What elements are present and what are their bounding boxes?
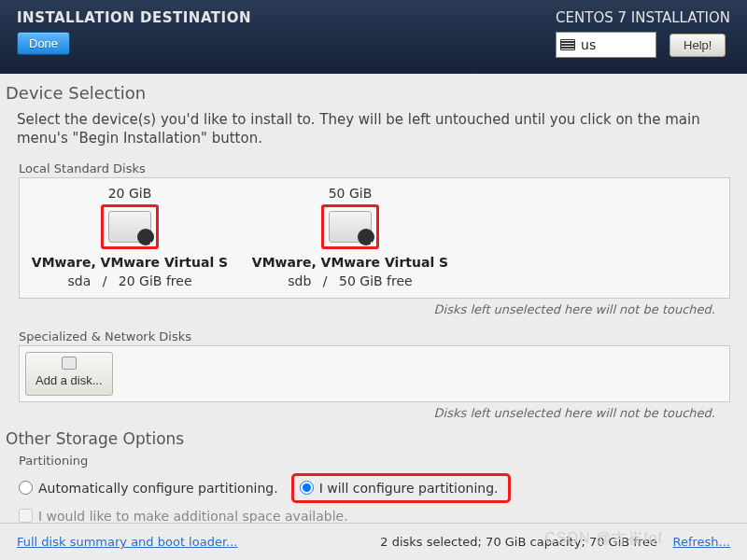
disk-icon-selected: ✓	[321, 204, 379, 249]
disk-capacity: 20 GiB	[20, 186, 240, 201]
footer-status: 2 disks selected; 70 GiB capacity; 70 Gi…	[380, 535, 657, 549]
radio-auto-input[interactable]	[19, 481, 33, 495]
disk-add-icon	[62, 357, 77, 370]
done-button[interactable]: Done	[17, 32, 70, 55]
checkmark-icon: ✓	[148, 235, 158, 248]
keyboard-icon	[560, 39, 575, 50]
hard-disk-icon	[108, 211, 151, 243]
checkmark-icon: ✓	[369, 235, 378, 248]
untouched-note: Disks left unselected here will not be t…	[6, 302, 715, 316]
refresh-link[interactable]: Refresh...	[673, 535, 731, 549]
local-disks-heading: Local Standard Disks	[19, 161, 730, 175]
device-selection-intro: Select the device(s) you'd like to insta…	[17, 110, 730, 148]
local-disks-panel: 20 GiB ✓ VMware, VMware Virtual S sda / …	[19, 177, 730, 299]
network-disks-heading: Specialized & Network Disks	[19, 329, 730, 343]
footer-bar: Full disk summary and boot loader... 2 d…	[0, 523, 747, 560]
disk-free: 50 GiB free	[339, 273, 413, 288]
disk-free: 20 GiB free	[119, 273, 192, 288]
installer-header: INSTALLATION DESTINATION Done CENTOS 7 I…	[0, 0, 747, 74]
disk-model: VMware, VMware Virtual S	[240, 255, 460, 270]
add-disk-button[interactable]: Add a disk...	[25, 352, 113, 396]
keyboard-layout-field[interactable]: us	[556, 32, 656, 58]
disk-item-sdb[interactable]: 50 GiB ✓ VMware, VMware Virtual S sdb / …	[240, 178, 460, 298]
radio-manual-label: I will configure partitioning.	[319, 481, 499, 496]
distro-label: CENTOS 7 INSTALLATION	[556, 9, 730, 26]
disk-capacity: 50 GiB	[240, 186, 460, 201]
main-content: Device Selection Select the device(s) yo…	[0, 74, 747, 525]
page-title: INSTALLATION DESTINATION	[17, 9, 251, 26]
checkbox-make-space-input[interactable]	[19, 509, 33, 523]
disk-model: VMware, VMware Virtual S	[20, 255, 240, 270]
untouched-note: Disks left unselected here will not be t…	[6, 406, 715, 420]
network-disks-panel: Add a disk...	[19, 345, 730, 402]
add-disk-label: Add a disk...	[35, 373, 103, 387]
disk-icon-selected: ✓	[101, 204, 159, 249]
checkbox-make-space[interactable]: I would like to make additional space av…	[19, 509, 348, 524]
storage-options-heading: Other Storage Options	[6, 429, 730, 448]
disk-item-sda[interactable]: 20 GiB ✓ VMware, VMware Virtual S sda / …	[20, 178, 240, 298]
radio-auto-label: Automatically configure partitioning.	[38, 481, 278, 496]
help-button[interactable]: Help!	[669, 34, 726, 57]
partitioning-subhead: Partitioning	[19, 454, 730, 468]
disk-dev: sdb	[288, 273, 311, 288]
keyboard-layout-value: us	[581, 37, 596, 52]
device-selection-heading: Device Selection	[6, 83, 730, 103]
disk-dev: sda	[67, 273, 91, 288]
hard-disk-icon	[329, 211, 372, 243]
radio-auto-partition[interactable]: Automatically configure partitioning.	[19, 481, 278, 496]
disk-summary-link[interactable]: Full disk summary and boot loader...	[17, 535, 237, 549]
radio-manual-partition[interactable]: I will configure partitioning.	[291, 473, 511, 503]
checkbox-make-space-label: I would like to make additional space av…	[38, 509, 348, 524]
radio-manual-input[interactable]	[300, 481, 314, 495]
